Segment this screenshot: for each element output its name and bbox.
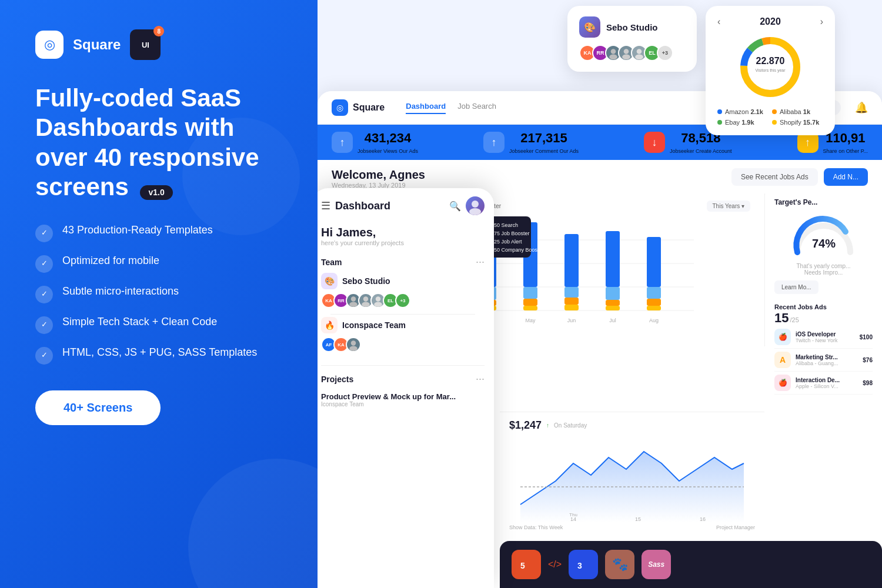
svg-rect-38 (564, 305, 579, 310)
team-sebo: 🎨 Sebo Studio KA RR EL +3 (321, 273, 485, 308)
gauge-chart: 74% (774, 211, 873, 258)
tech-css3-icon: 3 (569, 550, 598, 579)
right-sidebar: Target's Pe... 74% (764, 193, 882, 346)
donut-chart: 22.870 Visitors this year (717, 32, 823, 102)
svg-rect-32 (523, 299, 537, 306)
notification-icon[interactable]: 🔔 (855, 101, 868, 114)
job-icon-2: A (774, 352, 791, 368)
feature-item-2: ✓ Optimized for mobile (35, 254, 282, 273)
svg-rect-43 (606, 306, 620, 310)
projects-section-title: Projects (321, 375, 353, 384)
svg-rect-42 (606, 300, 620, 306)
svg-rect-40 (606, 231, 620, 287)
features-list: ✓ 43 Production-Ready Templates ✓ Optimi… (35, 223, 282, 365)
job-salary-3: $98 (863, 380, 873, 386)
job-company-3: Apple - Silicon V... (796, 383, 858, 389)
chart-filter[interactable]: This Years ▾ (707, 201, 750, 212)
job-item-1: 🍎 iOS Developer Twitch - New York $100 (774, 326, 873, 349)
svg-text:May: May (525, 318, 536, 323)
svg-text:5: 5 (520, 561, 525, 570)
stat-card-shares: 110,91 Share on Other P... (823, 131, 868, 154)
main-headline: Fully-coded SaaS Dashboards with over 40… (35, 83, 282, 202)
job-item-2: A Marketing Str... Alibaba - Guang... $7… (774, 349, 873, 372)
line-chart-area: $1,247 ↑ On Saturday 14 15 16 Thu S (500, 412, 764, 541)
check-icon-1: ✓ (35, 225, 53, 242)
feature-item-5: ✓ HTML, CSS, JS + PUG, SASS Templates (35, 346, 282, 365)
projects-dots: ··· (476, 373, 485, 385)
legend-ebay: Ebay 1.9k (717, 119, 769, 126)
sebo-studio-card: 🎨 Sebo Studio KA RR EL +3 (567, 6, 697, 72)
svg-rect-46 (647, 287, 661, 299)
project-team-1: Iconspace Team (321, 401, 485, 407)
stat-label-accounts: Jobseeker Create Account (670, 148, 732, 154)
svg-rect-47 (647, 299, 661, 306)
team-iconspace: 🔥 Iconspace Team AF KA (321, 317, 485, 352)
stat-row-1: ↑ 431,234 Jobseeker Views Our Ads (332, 131, 418, 154)
svg-point-61 (469, 208, 481, 215)
svg-point-8 (622, 55, 630, 60)
donut-year: 2020 (760, 16, 781, 27)
tech-html5-icon: 5 (512, 550, 541, 579)
job-item-3: 🍎 Interaction De... Apple - Silicon V...… (774, 372, 873, 395)
job-info-3: Interaction De... Apple - Silicon V... (796, 377, 858, 389)
job-icon-3: 🍎 (774, 375, 791, 391)
dash-brand-name: Square (353, 102, 385, 113)
job-info-2: Marketing Str... Alibaba - Guang... (796, 354, 858, 366)
phone-title: Dashboard (335, 200, 445, 212)
svg-point-63 (349, 302, 358, 307)
phone-section-header-projects: Projects ··· (321, 373, 485, 385)
project-name-1: Product Preview & Mock up for Mar... (321, 392, 485, 401)
learn-more-button[interactable]: Learn Mo... (774, 280, 818, 294)
team-iconspace-avatars: AF KA (321, 337, 485, 352)
version-badge: v1.0 (140, 185, 172, 200)
tech-html5-label: </> (548, 559, 562, 570)
job-salary-2: $76 (863, 357, 873, 363)
check-icon-5: ✓ (35, 347, 53, 365)
svg-rect-37 (564, 298, 579, 305)
phone-projects-section: Projects ··· Product Preview & Mock up f… (318, 368, 494, 415)
donut-center-label: Visitors this year (755, 68, 786, 73)
donut-card: ‹ 2020 › 22.870 Visitors this year (706, 6, 835, 135)
svg-point-7 (624, 49, 629, 54)
svg-text:Jul: Jul (609, 318, 616, 323)
nav-item-dashboard[interactable]: Dashboard (406, 102, 446, 114)
add-btn[interactable]: Add N... (824, 168, 868, 186)
svg-point-67 (374, 302, 382, 307)
css3-svg: 3 (574, 556, 592, 573)
check-icon-4: ✓ (35, 316, 53, 334)
legend-dot-alibaba (772, 109, 777, 114)
svg-rect-41 (606, 287, 620, 300)
action-buttons: See Recent Jobs Ads Add N... (731, 168, 868, 186)
line-chart-change: ↑ (546, 422, 549, 429)
svg-point-66 (376, 296, 380, 301)
nav-item-jobs[interactable]: Job Search (457, 102, 496, 114)
line-chart-footer: Show Data: This Week Project Manager (509, 524, 755, 530)
job-icon-1: 🍎 (774, 329, 791, 345)
svg-point-60 (472, 201, 479, 208)
stat-value-comments: 217,315 (520, 131, 567, 146)
show-data-label: Show Data: This Week (509, 524, 563, 530)
svg-point-5 (611, 49, 616, 54)
welcome-title: Welcome, Agnes (332, 168, 425, 182)
dash-logo-area: ◎ Square (332, 99, 385, 116)
phone-menu-icon[interactable]: ☰ (321, 199, 330, 212)
sebo-header: 🎨 Sebo Studio (579, 16, 685, 38)
team-sebo-header: 🎨 Sebo Studio (321, 273, 485, 289)
team-iconspace-icon: 🔥 (321, 317, 338, 333)
brand-logo-icon: ◎ (35, 31, 64, 59)
ui-version-badge: 8 (153, 26, 164, 36)
svg-text:Aug: Aug (649, 318, 659, 323)
check-icon-3: ✓ (35, 286, 53, 303)
phone-divider-2 (321, 365, 485, 366)
see-recent-btn[interactable]: See Recent Jobs Ads (731, 168, 818, 186)
donut-next-button[interactable]: › (820, 16, 823, 27)
phone-search-icon[interactable]: 🔍 (449, 201, 461, 212)
sidebar-target-title: Target's Pe... (774, 198, 873, 206)
svg-text:15: 15 (635, 516, 641, 522)
donut-prev-button[interactable]: ‹ (717, 16, 720, 27)
phone-header: ☰ Dashboard 🔍 (318, 188, 494, 223)
team-section-title: Team (321, 258, 342, 267)
cta-button[interactable]: 40+ Screens (35, 390, 161, 425)
svg-text:3: 3 (577, 561, 582, 570)
right-panel: ‹ 2020 › 22.870 Visitors this year (318, 0, 882, 588)
